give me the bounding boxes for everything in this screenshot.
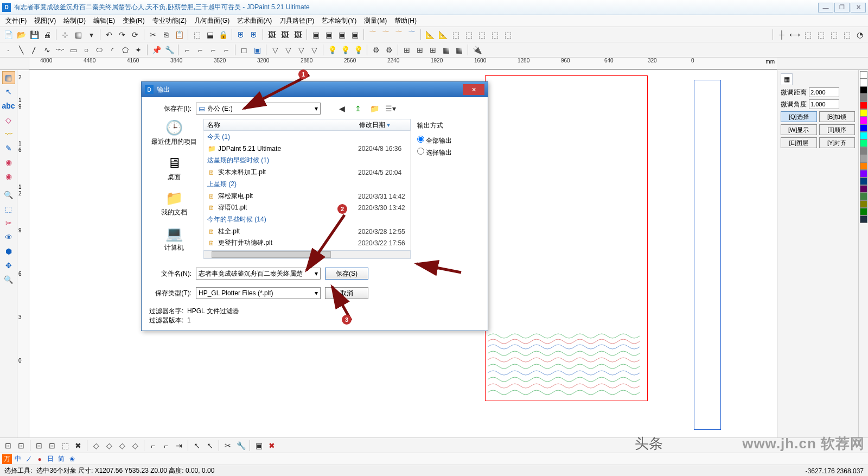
lt-text-icon[interactable]: abc [2,99,15,112]
tb-group-icon[interactable]: ⬚ [191,29,203,41]
lt-node2-icon[interactable]: ◉ [2,170,15,183]
ime-punct[interactable]: ノ [24,454,34,464]
tb-rect-icon[interactable]: ▭ [67,44,79,56]
lt-move-icon[interactable]: ✥ [2,259,15,272]
tb-bulb2-icon[interactable]: 💡 [339,44,351,56]
bt-15-icon[interactable]: ↖ [204,440,216,452]
tb-circle-icon[interactable]: ○ [80,44,92,56]
color-swatch[interactable] [860,215,867,223]
lt-select-icon[interactable]: ▦ [2,71,15,84]
tb-v3-icon[interactable]: ▽ [295,44,307,56]
fine-angle-input[interactable] [809,99,839,109]
color-swatch[interactable] [860,162,867,170]
tb-polyline-icon[interactable]: 〳 [28,44,40,56]
menu-transform[interactable]: 变换(R) [119,15,148,27]
file-row[interactable]: 🗎容语01.plt2020/3/30 13:42 [204,202,410,213]
color-swatch[interactable] [860,200,867,208]
tb-star-icon[interactable]: ✦ [132,44,144,56]
tb-path2-icon[interactable]: 📐 [437,29,449,41]
color-swatch[interactable] [860,185,867,193]
tb-grid-icon[interactable]: ▦ [72,29,84,41]
bt-9-icon[interactable]: ◇ [116,440,128,452]
color-swatch[interactable] [860,117,867,124]
btn-t-order[interactable]: [T]顺序 [819,124,856,135]
cancel-button[interactable]: 取消 [325,287,368,299]
tb-anchor-icon[interactable]: ⊹ [59,29,71,41]
tb-copy-icon[interactable]: ⎘ [160,29,172,41]
place-desktop[interactable]: 🖥 桌面 [149,154,199,182]
tb-angle3-icon[interactable]: ⌐ [207,44,219,56]
tb-line-icon[interactable]: ╲ [15,44,27,56]
tb-shield-icon[interactable]: ⛨ [235,29,247,41]
dialog-titlebar[interactable]: D 输出 ✕ [142,82,488,97]
tb-shield2-icon[interactable]: ⛨ [248,29,260,41]
tb-spline-icon[interactable]: 〰 [54,44,66,56]
file-list-hscroll[interactable] [203,250,411,259]
maximize-button[interactable]: ❐ [834,3,850,12]
color-swatch[interactable] [860,155,867,162]
bt-12-icon[interactable]: ⌐ [160,440,172,452]
tb-3d4-icon[interactable]: ▣ [349,29,361,41]
tb-sq-icon[interactable]: ◻ [238,44,250,56]
tb-ellipse-icon[interactable]: ⬭ [93,44,105,56]
lt-eye-icon[interactable]: 👁 [2,231,15,244]
file-row[interactable]: 🗎更登打井功德碑.plt2020/3/22 17:56 [204,237,410,249]
menu-draw[interactable]: 绘制(D) [60,15,89,27]
bt-10-icon[interactable]: ◇ [129,440,141,452]
tb-new-icon[interactable]: 📄 [2,29,14,41]
tb-dim4-icon[interactable]: ⬚ [815,29,827,41]
menu-view[interactable]: 视图(V) [31,15,59,27]
bt-19-icon[interactable]: ✖ [266,440,278,452]
color-swatch[interactable] [860,101,867,109]
tb-lock-icon[interactable]: 🔒 [217,29,229,41]
menu-art-surf[interactable]: 艺术曲面(A) [234,15,275,27]
fine-dist-input[interactable] [809,87,839,97]
tb-plug-icon[interactable]: 🔌 [471,44,483,56]
tb-path7-icon[interactable]: ⬚ [502,29,514,41]
tb-gear2-icon[interactable]: ⚙ [383,44,395,56]
file-row[interactable]: 📁JDPaint 5.21 Ultimate2020/4/8 16:36 [204,143,410,154]
color-swatch[interactable] [860,193,867,200]
tb-path3-icon[interactable]: ⬚ [450,29,462,41]
nav-up-icon[interactable]: ↥ [352,103,364,115]
color-swatch[interactable] [860,132,867,139]
minimize-button[interactable]: — [818,3,833,12]
tb-gear1-icon[interactable]: ⚙ [370,44,382,56]
tb-dim6-icon[interactable]: ⬚ [841,29,853,41]
tb-tool2-icon[interactable]: 🔧 [163,44,175,56]
file-group-header[interactable]: 这星期的早些时候 (1) [204,154,410,167]
btn-y-align[interactable]: [Y]对齐 [819,137,856,148]
bt-16-icon[interactable]: ✂ [222,440,234,452]
ime-simp[interactable]: 简 [56,454,66,464]
file-group-header[interactable]: 上星期 (2) [204,178,410,191]
tb-dim1-icon[interactable]: ┼ [776,29,788,41]
lt-zoom2-icon[interactable]: 🔍 [2,273,15,286]
filename-combo[interactable]: 志者事竟成破釜沉舟百二秦关终属楚▾ [196,268,321,280]
place-recent[interactable]: 🕒 最近使用的项目 [149,119,199,147]
tb-grid1-icon[interactable]: ⊞ [401,44,413,56]
color-swatch[interactable] [860,177,867,185]
tb-dim5-icon[interactable]: ⬚ [828,29,840,41]
menu-file[interactable]: 文件(F) [2,15,30,27]
color-swatch[interactable] [860,124,867,132]
color-swatch[interactable] [860,79,867,86]
place-mydocs[interactable]: 📁 我的文档 [149,189,199,217]
ime-rec-icon[interactable]: ● [35,454,44,464]
lt-marquee-icon[interactable]: ⬚ [2,202,15,215]
bt-3-icon[interactable]: ⊡ [33,440,45,452]
tb-3d2-icon[interactable]: ▣ [323,29,335,41]
file-group-header[interactable]: 今年的早些时候 (14) [204,213,410,226]
bt-17-icon[interactable]: 🔧 [235,440,247,452]
tb-path5-icon[interactable]: ⬚ [476,29,488,41]
btn-e-layer[interactable]: [E]图层 [781,137,817,148]
color-swatch[interactable] [860,94,867,101]
tb-bulb3-icon[interactable]: 💡 [352,44,364,56]
file-list-body[interactable]: 今天 (1)📁JDPaint 5.21 Ultimate2020/4/8 16:… [203,131,411,250]
file-row[interactable]: 🗎桂全.plt2020/3/28 12:55 [204,226,410,237]
tb-save-icon[interactable]: 💾 [28,29,40,41]
lt-3d-icon[interactable]: ⬢ [2,245,15,258]
close-button[interactable]: ✕ [851,3,866,12]
tb-arc4-icon[interactable]: ⌒ [406,29,418,41]
menu-toolpath[interactable]: 刀具路径(P) [276,15,317,27]
tb-dim3-icon[interactable]: ⬚ [802,29,814,41]
